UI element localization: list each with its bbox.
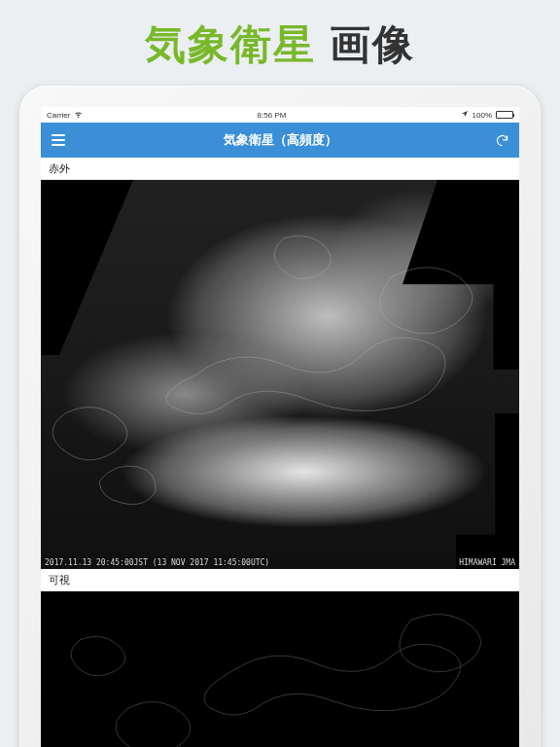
tablet-frame: Carrier 8:56 PM 100% 気象衛星（高頻度） bbox=[19, 86, 541, 747]
coastline-overlay-2 bbox=[41, 591, 519, 747]
heading-plain: 画像 bbox=[316, 21, 415, 67]
device-screen: Carrier 8:56 PM 100% 気象衛星（高頻度） bbox=[41, 107, 519, 747]
page-heading: 気象衛星 画像 bbox=[0, 0, 560, 86]
refresh-icon[interactable] bbox=[494, 132, 509, 148]
visible-satellite-image[interactable] bbox=[41, 591, 519, 747]
section-header-infrared: 赤外 bbox=[41, 158, 519, 180]
app-navbar: 気象衛星（高頻度） bbox=[41, 123, 519, 158]
menu-icon[interactable] bbox=[51, 132, 66, 148]
navbar-title: 気象衛星（高頻度） bbox=[224, 131, 337, 149]
image-timestamp: 2017.11.13 20:45:00JST (13 NOV 2017 11:4… bbox=[45, 558, 269, 567]
wifi-icon bbox=[74, 110, 83, 121]
battery-pct: 100% bbox=[472, 111, 492, 120]
infrared-label: 赤外 bbox=[49, 162, 70, 174]
visible-label: 可視 bbox=[49, 574, 70, 586]
carrier-label: Carrier bbox=[47, 111, 70, 120]
battery-icon bbox=[496, 111, 513, 119]
location-icon bbox=[461, 110, 469, 120]
section-header-visible: 可視 bbox=[41, 569, 519, 591]
status-time: 8:56 PM bbox=[258, 111, 287, 120]
image-source: HIMAWARI JMA bbox=[459, 558, 515, 567]
heading-accent: 気象衛星 bbox=[145, 21, 316, 67]
ios-status-bar: Carrier 8:56 PM 100% bbox=[41, 107, 519, 123]
infrared-satellite-image[interactable]: 2017.11.13 20:45:00JST (13 NOV 2017 11:4… bbox=[41, 180, 519, 569]
coastline-overlay bbox=[41, 180, 519, 569]
